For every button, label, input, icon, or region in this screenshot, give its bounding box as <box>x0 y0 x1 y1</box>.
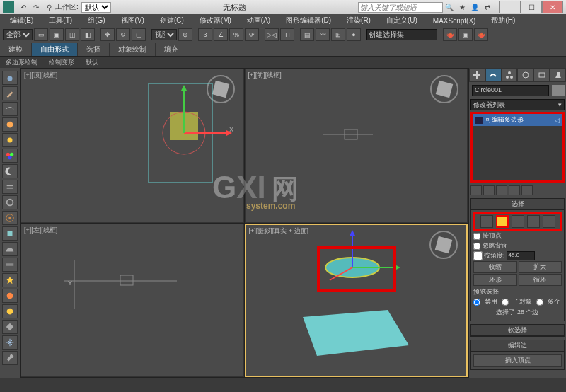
schematic-icon[interactable]: ⊞ <box>331 28 345 41</box>
render-setup-icon[interactable]: 🫖 <box>443 28 457 41</box>
mirror-icon[interactable]: ▷◁ <box>265 28 279 41</box>
layers-icon[interactable] <box>2 180 18 194</box>
subtab-polydraw[interactable]: 多边形绘制 <box>0 58 43 67</box>
snowflake-icon[interactable] <box>2 335 18 350</box>
undo-icon[interactable]: ↶ <box>17 1 30 13</box>
material-editor-icon[interactable]: ● <box>347 28 361 41</box>
link-icon[interactable]: ⚲ <box>42 1 55 13</box>
btn-shrink[interactable]: 收缩 <box>473 261 517 273</box>
cable-icon[interactable] <box>2 102 18 116</box>
layer-icon[interactable]: ▤ <box>300 28 314 41</box>
refcoord-dropdown[interactable]: 视图 <box>151 29 177 40</box>
unique-icon[interactable] <box>496 185 507 195</box>
viewport-left[interactable]: [+][左][线框] Y <box>21 224 244 378</box>
viewport-front[interactable]: [+][前][线框] <box>245 69 468 223</box>
rotate-icon[interactable]: ↻ <box>116 28 130 41</box>
workspace-dropdown[interactable]: 默认 <box>81 2 111 13</box>
teapot-icon[interactable] <box>2 71 18 85</box>
angle-snap-icon[interactable]: ∠ <box>214 28 228 41</box>
gradient-icon[interactable] <box>2 258 18 272</box>
tab-create-icon[interactable] <box>469 68 485 82</box>
maximize-button[interactable]: ☐ <box>521 1 542 13</box>
tab-modify-icon[interactable] <box>485 68 502 82</box>
menu-edit[interactable]: 编辑(E) <box>3 16 40 25</box>
pin-stack-icon[interactable] <box>470 185 482 195</box>
tab-utilities-icon[interactable] <box>550 68 566 82</box>
subtab-paintdeform[interactable]: 绘制变形 <box>43 58 80 67</box>
sun-icon[interactable] <box>2 133 18 147</box>
rollout-selection-header[interactable]: 选择 <box>471 199 564 210</box>
btn-loop[interactable]: 循环 <box>519 274 562 286</box>
star-tool-icon[interactable] <box>2 273 18 287</box>
menu-maxscript[interactable]: MAXScript(X) <box>426 17 483 25</box>
rb-disable[interactable] <box>473 299 480 306</box>
show-result-icon[interactable] <box>483 185 495 195</box>
dome-icon[interactable] <box>2 242 18 256</box>
subtab-default[interactable]: 默认 <box>80 58 104 67</box>
stack-item-editable-poly[interactable]: 可编辑多边形 ◁ <box>473 114 562 126</box>
rollout-edit-edge-header[interactable]: 编辑边 <box>471 340 564 352</box>
select-region-icon[interactable]: ◫ <box>65 28 79 41</box>
user-icon[interactable]: 👤 <box>468 1 481 13</box>
subobj-element[interactable] <box>543 215 555 228</box>
subobj-polygon[interactable] <box>527 215 540 228</box>
wrench-icon[interactable] <box>2 351 18 365</box>
window-crossing-icon[interactable]: ◧ <box>81 28 95 41</box>
menu-tools[interactable]: 工具(T) <box>42 16 79 25</box>
object-name-field[interactable]: Circle001 <box>472 85 549 96</box>
tab-display-icon[interactable] <box>533 68 550 82</box>
btn-ring[interactable]: 环形 <box>473 274 517 286</box>
viewport-perspective[interactable]: [+][摄影][真实 + 边面] <box>245 224 468 378</box>
btn-insert-vertex[interactable]: 插入顶点 <box>473 354 562 367</box>
tab-freeform[interactable]: 自由形式 <box>32 43 78 56</box>
help-icon[interactable]: 🔍 <box>443 1 456 13</box>
move-icon[interactable]: ✥ <box>100 28 115 41</box>
render-icon[interactable]: 🫖 <box>474 28 488 41</box>
rgb-icon[interactable] <box>2 149 18 163</box>
menu-graph[interactable]: 图形编辑器(D) <box>279 16 338 25</box>
search-input[interactable] <box>358 2 443 13</box>
ring-icon[interactable] <box>2 195 18 209</box>
orange-sphere-icon[interactable] <box>2 289 18 303</box>
sphere-icon[interactable] <box>2 117 18 132</box>
snap-icon[interactable]: 3 <box>198 28 212 41</box>
yellow-sphere-icon[interactable] <box>2 304 18 318</box>
modifier-list-dropdown[interactable]: 修改器列表▾ <box>470 99 565 110</box>
moon-icon[interactable] <box>2 164 18 178</box>
scale-icon[interactable]: ▢ <box>132 28 146 41</box>
menu-view[interactable]: 视图(V) <box>114 16 151 25</box>
select-name-icon[interactable]: ▣ <box>50 28 64 41</box>
menu-modifiers[interactable]: 修改器(M) <box>192 16 238 25</box>
menu-create[interactable]: 创建(C) <box>153 16 191 25</box>
select-icon[interactable]: ▭ <box>34 28 48 41</box>
chk-by-vertex[interactable] <box>473 233 480 240</box>
target-icon[interactable] <box>2 211 18 225</box>
percent-snap-icon[interactable]: % <box>229 28 243 41</box>
cube-icon[interactable] <box>2 226 18 241</box>
tab-object-paint[interactable]: 对象绘制 <box>110 43 156 56</box>
subobj-edge[interactable] <box>496 215 509 228</box>
menu-customize[interactable]: 自定义(U) <box>379 16 424 25</box>
render-frame-icon[interactable]: ▣ <box>458 28 473 41</box>
tab-selection[interactable]: 选择 <box>78 43 110 56</box>
viewport-top[interactable]: [+][顶][线框] X <box>21 69 244 223</box>
minimize-button[interactable]: — <box>499 1 521 13</box>
tab-modeling[interactable]: 建模 <box>0 43 32 56</box>
filter-dropdown[interactable]: 全部 <box>3 29 33 40</box>
diamond-icon[interactable] <box>2 320 18 334</box>
config-icon[interactable] <box>521 185 533 195</box>
menu-group[interactable]: 组(G) <box>81 16 112 25</box>
rb-multi[interactable] <box>536 299 543 306</box>
subobj-border[interactable] <box>512 215 524 228</box>
star-icon[interactable]: ★ <box>456 1 468 13</box>
menu-animation[interactable]: 动画(A) <box>240 16 277 25</box>
spinner-snap-icon[interactable]: ⟳ <box>245 28 259 41</box>
modifier-stack[interactable]: 可编辑多边形 ◁ <box>470 112 565 183</box>
menu-help[interactable]: 帮助(H) <box>484 16 522 25</box>
tab-populate[interactable]: 填充 <box>156 43 187 56</box>
selection-set-input[interactable] <box>366 29 437 40</box>
subobj-vertex[interactable] <box>480 215 493 228</box>
exchange-icon[interactable]: ⇄ <box>481 1 494 13</box>
chk-ignore-back[interactable] <box>473 243 480 250</box>
rb-subobj[interactable] <box>502 299 509 306</box>
